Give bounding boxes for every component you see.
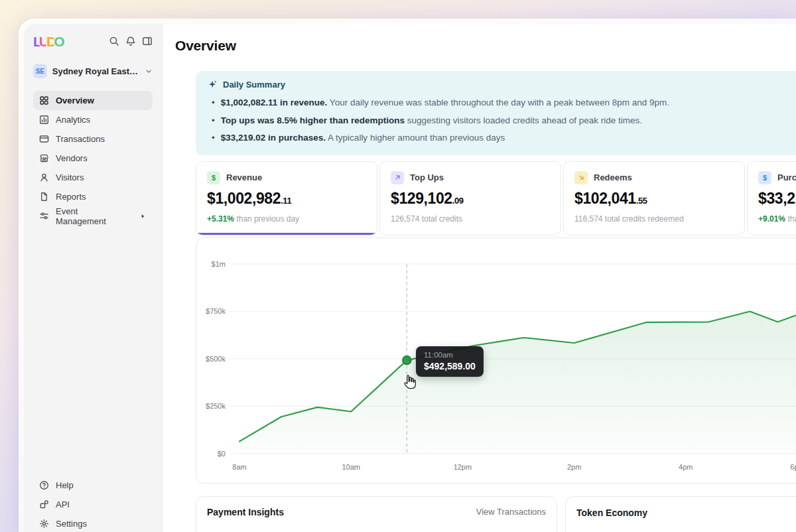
payment-insights-title: Payment Insights <box>207 507 284 517</box>
bell-icon[interactable] <box>125 36 136 46</box>
sidebar-item-label: Analytics <box>56 115 90 125</box>
stat-subtext: 126,574 total credits <box>391 214 550 224</box>
sidebar-nav: OverviewAnalyticsTransactionsVendorsVisi… <box>33 91 153 226</box>
org-selector[interactable]: SE Sydney Royal Easter S... <box>33 64 153 78</box>
search-icon[interactable] <box>109 36 119 46</box>
sidebar-item-event-management[interactable]: Event Management <box>33 206 153 226</box>
stat-card-revenue[interactable]: $Revenue$1,002,982.11+5.31% than previou… <box>196 161 377 235</box>
sidebar-item-visitors[interactable]: Visitors <box>33 168 153 187</box>
sidebar: LUDO SE Sydney Royal Easter S... Overvie… <box>24 24 163 532</box>
store-icon <box>39 153 49 163</box>
stat-card-redeems[interactable]: Redeems$102,041.55116,574 total credits … <box>563 161 745 235</box>
stat-label: Redeems <box>594 172 632 182</box>
bullet-dot: • <box>212 112 215 130</box>
bullet-dot: • <box>212 94 215 112</box>
stat-value: $102,041.55 <box>574 190 734 208</box>
sidebar-item-label: API <box>56 499 70 509</box>
bullet-text: $33,219.02 in purchases. A typically hig… <box>221 129 505 147</box>
sidebar-item-label: Overview <box>56 96 94 105</box>
sidebar-item-label: Visitors <box>56 172 84 182</box>
sidebar-item-help[interactable]: Help <box>33 476 153 495</box>
revenue-chart[interactable]: $0$250k$500k$750k$1m8am10am12pm2pm4pm6pm <box>196 238 796 483</box>
sidebar-item-label: Help <box>56 480 74 490</box>
sidebar-item-vendors[interactable]: Vendors <box>33 149 153 168</box>
sidebar-footer: HelpAPISettings <box>33 476 153 532</box>
view-transactions-link[interactable]: View Transactions <box>476 507 546 517</box>
blocks-icon <box>39 499 49 509</box>
svg-text:$500k: $500k <box>206 354 226 362</box>
user-icon <box>39 172 49 182</box>
svg-text:12pm: 12pm <box>454 463 472 471</box>
stat-label: Purchases <box>777 172 796 182</box>
daily-summary-card: Daily Summary •$1,002,082.11 in revenue.… <box>196 71 796 155</box>
sidebar-item-label: Settings <box>56 519 87 529</box>
svg-text:2pm: 2pm <box>567 463 581 471</box>
arrow-down-right-icon <box>574 171 588 184</box>
credit-card-icon <box>39 134 49 144</box>
chevron-down-icon <box>145 67 153 76</box>
token-economy-title: Token Economy <box>576 507 647 518</box>
app: LUDO SE Sydney Royal Easter S... Overvie… <box>24 24 796 532</box>
main-content: Overview Daily Summary •$1,002,082.11 in… <box>163 24 796 532</box>
logo-letter: O <box>54 34 64 49</box>
sliders-icon <box>39 211 49 221</box>
bottom-cards-row: Payment Insights View Transactions Token… <box>196 496 796 532</box>
svg-text:8am: 8am <box>232 463 246 471</box>
svg-text:$250k: $250k <box>206 402 226 410</box>
sidebar-top-icons <box>109 36 153 46</box>
bar-chart-icon <box>39 115 49 125</box>
stat-label: Revenue <box>226 172 262 182</box>
stat-subtext: +9.01% than previous day <box>758 214 796 224</box>
svg-text:$0: $0 <box>218 449 226 457</box>
stat-label: Top Ups <box>410 172 444 182</box>
page-title: Overview <box>175 38 796 54</box>
org-avatar: SE <box>33 64 47 78</box>
app-window: LUDO SE Sydney Royal Easter S... Overvie… <box>19 19 796 532</box>
svg-text:10am: 10am <box>342 463 360 471</box>
daily-summary-bullets: •$1,002,082.11 in revenue. Your daily re… <box>208 94 796 147</box>
dollar-icon: $ <box>758 171 771 184</box>
stat-subtext: 116,574 total credits redeemed <box>574 214 734 224</box>
sidebar-item-settings[interactable]: Settings <box>33 514 153 532</box>
svg-text:$1m: $1m <box>212 259 226 267</box>
file-icon <box>39 192 49 202</box>
sidebar-item-label: Reports <box>56 192 86 202</box>
stat-value: $129,102.09 <box>391 190 550 208</box>
sidebar-item-label: Transactions <box>56 134 105 144</box>
svg-text:4pm: 4pm <box>679 463 693 471</box>
grid-icon <box>39 96 49 105</box>
chevron-right-icon <box>139 212 147 220</box>
stat-card-purchases[interactable]: $Purchases$33,219.02+9.01% than previous… <box>747 161 796 235</box>
sidebar-item-analytics[interactable]: Analytics <box>33 110 153 129</box>
svg-text:6pm: 6pm <box>790 463 796 471</box>
sidebar-item-api[interactable]: API <box>33 495 153 514</box>
bullet-dot: • <box>212 129 215 147</box>
summary-bullet: •$33,219.02 in purchases. A typically hi… <box>208 129 796 147</box>
help-icon <box>39 480 49 490</box>
svg-text:$750k: $750k <box>206 307 226 315</box>
sparkles-icon <box>208 80 218 90</box>
sidebar-item-overview[interactable]: Overview <box>33 91 153 110</box>
summary-bullet: •$1,002,082.11 in revenue. Your daily re… <box>208 94 796 112</box>
sidebar-item-transactions[interactable]: Transactions <box>33 129 153 149</box>
bullet-text: $1,002,082.11 in revenue. Your daily rev… <box>221 94 669 112</box>
ludo-logo: LUDO <box>33 34 62 48</box>
revenue-chart-card[interactable]: $0$250k$500k$750k$1m8am10am12pm2pm4pm6pm… <box>196 237 796 484</box>
stat-subtext: +5.31% than previous day <box>207 214 366 224</box>
stat-card-top-ups[interactable]: Top Ups$129,102.09126,574 total credits <box>379 161 561 235</box>
arrow-up-right-icon <box>391 171 404 184</box>
gear-icon <box>39 519 49 529</box>
stat-cards-row: $Revenue$1,002,982.11+5.31% than previou… <box>196 161 796 235</box>
bullet-text: Top ups was 8.5% higher than redemptions… <box>221 112 642 130</box>
sidebar-item-label: Event Management <box>56 206 129 226</box>
sidebar-item-reports[interactable]: Reports <box>33 187 153 206</box>
dollar-icon: $ <box>207 171 220 184</box>
stat-value: $1,002,982.11 <box>207 190 366 208</box>
sidebar-item-label: Vendors <box>56 153 88 163</box>
payment-insights-card: Payment Insights View Transactions <box>196 496 557 532</box>
stat-value: $33,219.02 <box>758 190 796 208</box>
daily-summary-title: Daily Summary <box>223 80 285 90</box>
sidebar-toggle-icon[interactable] <box>142 36 153 46</box>
token-economy-card: Token Economy <box>565 496 796 532</box>
org-name: Sydney Royal Easter S... <box>52 66 139 76</box>
